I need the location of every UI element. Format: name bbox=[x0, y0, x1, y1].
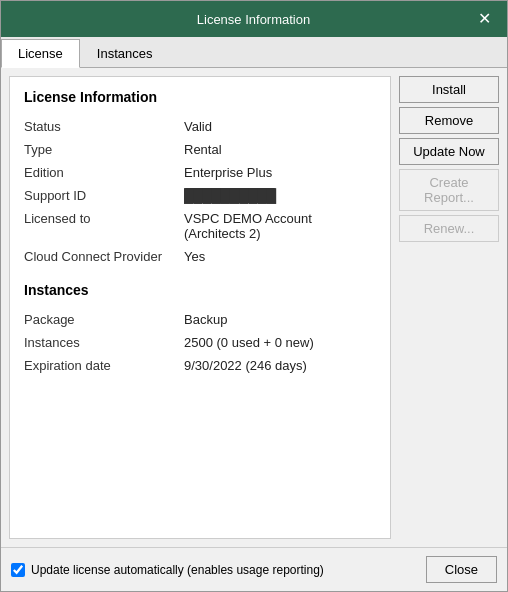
remove-button[interactable]: Remove bbox=[399, 107, 499, 134]
auto-update-checkbox-area: Update license automatically (enables us… bbox=[11, 563, 324, 577]
license-section-title: License Information bbox=[24, 89, 376, 105]
value-type: Rental bbox=[184, 142, 222, 157]
auto-update-checkbox[interactable] bbox=[11, 563, 25, 577]
value-status: Valid bbox=[184, 119, 212, 134]
content-area: License Information Status Valid Type Re… bbox=[1, 68, 507, 547]
row-status: Status Valid bbox=[24, 115, 376, 138]
label-status: Status bbox=[24, 119, 184, 134]
tab-license[interactable]: License bbox=[1, 39, 80, 68]
row-type: Type Rental bbox=[24, 138, 376, 161]
renew-button[interactable]: Renew... bbox=[399, 215, 499, 242]
row-package: Package Backup bbox=[24, 308, 376, 331]
value-support-id: ██████████ bbox=[184, 188, 276, 203]
value-edition: Enterprise Plus bbox=[184, 165, 272, 180]
instances-section-title: Instances bbox=[24, 282, 376, 298]
instances-section: Instances Package Backup Instances 2500 … bbox=[24, 282, 376, 377]
label-support-id: Support ID bbox=[24, 188, 184, 203]
value-instances: 2500 (0 used + 0 new) bbox=[184, 335, 314, 350]
close-button[interactable]: Close bbox=[426, 556, 497, 583]
auto-update-label[interactable]: Update license automatically (enables us… bbox=[31, 563, 324, 577]
tab-bar: License Instances bbox=[1, 37, 507, 68]
dialog-window: License Information ✕ License Instances … bbox=[0, 0, 508, 592]
close-icon[interactable]: ✕ bbox=[474, 9, 495, 29]
value-licensed-to: VSPC DEMO Account (Architects 2) bbox=[184, 211, 376, 241]
create-report-button[interactable]: Create Report... bbox=[399, 169, 499, 211]
label-type: Type bbox=[24, 142, 184, 157]
label-edition: Edition bbox=[24, 165, 184, 180]
row-licensed-to: Licensed to VSPC DEMO Account (Architect… bbox=[24, 207, 376, 245]
row-expiration: Expiration date 9/30/2022 (246 days) bbox=[24, 354, 376, 377]
title-bar: License Information ✕ bbox=[1, 1, 507, 37]
label-licensed-to: Licensed to bbox=[24, 211, 184, 226]
label-cloud-connect: Cloud Connect Provider bbox=[24, 249, 184, 264]
label-package: Package bbox=[24, 312, 184, 327]
install-button[interactable]: Install bbox=[399, 76, 499, 103]
row-edition: Edition Enterprise Plus bbox=[24, 161, 376, 184]
row-support-id: Support ID ██████████ bbox=[24, 184, 376, 207]
row-instances: Instances 2500 (0 used + 0 new) bbox=[24, 331, 376, 354]
info-panel: License Information Status Valid Type Re… bbox=[9, 76, 391, 539]
row-cloud-connect: Cloud Connect Provider Yes bbox=[24, 245, 376, 268]
label-instances: Instances bbox=[24, 335, 184, 350]
tab-instances[interactable]: Instances bbox=[80, 39, 170, 67]
bottom-bar: Update license automatically (enables us… bbox=[1, 547, 507, 591]
button-panel: Install Remove Update Now Create Report.… bbox=[399, 76, 499, 539]
label-expiration: Expiration date bbox=[24, 358, 184, 373]
update-now-button[interactable]: Update Now bbox=[399, 138, 499, 165]
dialog-title: License Information bbox=[33, 12, 474, 27]
value-cloud-connect: Yes bbox=[184, 249, 205, 264]
value-expiration: 9/30/2022 (246 days) bbox=[184, 358, 307, 373]
value-package: Backup bbox=[184, 312, 227, 327]
